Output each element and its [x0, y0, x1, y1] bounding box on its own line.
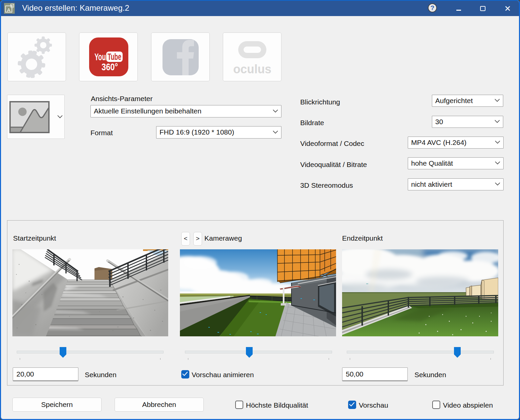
svg-text:360°: 360° [102, 61, 118, 72]
svg-text:You: You [94, 51, 106, 62]
svg-text:oculus: oculus [233, 62, 271, 76]
svg-text:Tube: Tube [108, 52, 121, 62]
svg-text:A: A [7, 7, 10, 13]
